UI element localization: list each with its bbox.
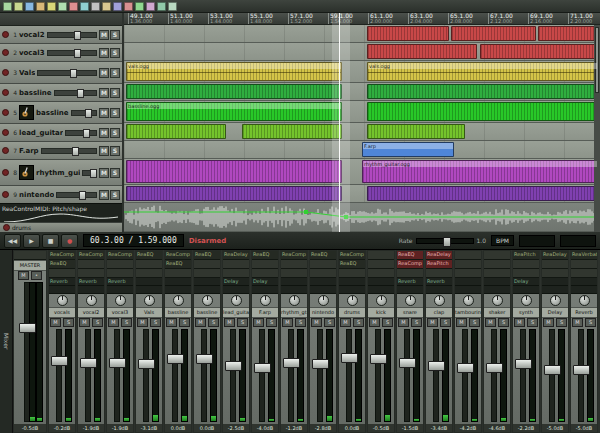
- fx-slot[interactable]: [571, 269, 597, 278]
- media-item[interactable]: [126, 186, 342, 201]
- fx-slot[interactable]: [484, 269, 510, 278]
- send-slot[interactable]: [339, 278, 365, 286]
- track-lane-vocal3[interactable]: [124, 43, 594, 61]
- fx-slot[interactable]: ReaEQ: [194, 251, 220, 260]
- solo-button[interactable]: S: [63, 318, 74, 327]
- solo-button[interactable]: S: [440, 318, 451, 327]
- volume-fader[interactable]: [254, 363, 271, 373]
- mixer-strip-Vals[interactable]: ReaEQValsMS-3.1dB: [135, 250, 163, 433]
- save-project-icon[interactable]: [25, 2, 34, 11]
- master-strip[interactable]: MASTER M • -0.5dB: [13, 250, 47, 433]
- open-project-icon[interactable]: [14, 2, 23, 11]
- mixer-strip-clap[interactable]: ReaDelayReaPitchReverbclapMS-3.4dB: [425, 250, 453, 433]
- track-volume-fader[interactable]: [41, 148, 97, 154]
- send-slot[interactable]: [107, 286, 133, 294]
- mute-button[interactable]: M: [50, 318, 61, 327]
- fx-browser-icon[interactable]: [135, 2, 144, 11]
- envelope-mode-icon[interactable]: [80, 2, 89, 11]
- fx-slot[interactable]: [78, 269, 104, 278]
- fx-slot[interactable]: [455, 251, 481, 260]
- vertical-scrollbar[interactable]: [594, 25, 600, 232]
- mixer-strip-rhythm_gtr[interactable]: ReaComprhythm_gtrMS-1.2dB: [280, 250, 308, 433]
- record-arm-button[interactable]: [2, 89, 9, 96]
- record-arm-button[interactable]: [2, 109, 9, 116]
- volume-fader[interactable]: [573, 365, 590, 375]
- mixer-strip-Delay[interactable]: ReaDelayDelayMS-5.0dB: [541, 250, 569, 433]
- timeline-ruler[interactable]: 49.1.001.36.00051.1.001.40.00053.1.001.4…: [124, 13, 600, 25]
- mixer-strip-vocal2[interactable]: ReaCompReverbvocal2MS-1.9dB: [77, 250, 105, 433]
- send-slot[interactable]: [484, 278, 510, 286]
- media-item[interactable]: [126, 124, 226, 139]
- volume-fader[interactable]: [486, 363, 503, 373]
- media-item[interactable]: [126, 84, 342, 99]
- media-item[interactable]: vals.ogg: [126, 62, 342, 81]
- solo-button[interactable]: S: [469, 318, 480, 327]
- fx-slot[interactable]: [194, 260, 220, 269]
- fx-slot[interactable]: [194, 269, 220, 278]
- record-arm-button[interactable]: [3, 224, 10, 231]
- mixer-strip-snare[interactable]: ReaEQReaCompReverbsnareMS-1.5dB: [396, 250, 424, 433]
- fx-slot[interactable]: ReaComp: [78, 251, 104, 260]
- media-explorer-icon[interactable]: [146, 2, 155, 11]
- solo-button[interactable]: S: [208, 318, 219, 327]
- solo-button[interactable]: S: [266, 318, 277, 327]
- send-slot[interactable]: [281, 278, 307, 286]
- media-item[interactable]: vals.ogg: [367, 62, 598, 81]
- master-mute-icon[interactable]: [124, 2, 133, 11]
- track-lane-bassline[interactable]: bassline.ogg: [124, 101, 594, 123]
- media-item[interactable]: F.arp: [362, 142, 454, 157]
- solo-button[interactable]: S: [150, 318, 161, 327]
- fx-slot[interactable]: [14, 251, 46, 260]
- track-row-F.arp[interactable]: 7F.arpMS: [0, 142, 122, 160]
- volume-fader[interactable]: [196, 354, 213, 364]
- fx-slot[interactable]: [136, 269, 162, 278]
- solo-button[interactable]: S: [585, 318, 596, 327]
- mute-button[interactable]: M: [166, 318, 177, 327]
- solo-button[interactable]: S: [411, 318, 422, 327]
- fx-slot[interactable]: ReaComp: [49, 251, 75, 260]
- send-slot[interactable]: [310, 278, 336, 286]
- send-slot[interactable]: [252, 286, 278, 294]
- fx-slot[interactable]: [368, 269, 394, 278]
- mute-button[interactable]: M: [427, 318, 438, 327]
- fx-slot[interactable]: [252, 269, 278, 278]
- edit-cursor[interactable]: [339, 13, 340, 232]
- pan-knob[interactable]: [318, 295, 329, 306]
- fx-slot[interactable]: ReaEQ: [49, 260, 75, 269]
- mute-button[interactable]: M: [99, 30, 109, 40]
- fx-slot[interactable]: [310, 269, 336, 278]
- mute-button[interactable]: M: [340, 318, 351, 327]
- mute-button[interactable]: M: [369, 318, 380, 327]
- media-item[interactable]: [242, 124, 342, 139]
- send-slot[interactable]: [571, 286, 597, 294]
- track-lane-lead_guitar[interactable]: [124, 123, 594, 141]
- track-row-nintendo[interactable]: 9nintendoMS: [0, 186, 122, 204]
- record-arm-button[interactable]: [2, 147, 9, 154]
- metronome-icon[interactable]: [113, 2, 122, 11]
- undo-icon[interactable]: [36, 2, 45, 11]
- mixer-strip-nintendo[interactable]: ReaEQnintendoMS-2.8dB: [309, 250, 337, 433]
- track-lane-nintendo[interactable]: [124, 185, 594, 203]
- master-volume-fader[interactable]: [19, 323, 36, 333]
- solo-button[interactable]: S: [92, 318, 103, 327]
- send-slot[interactable]: [194, 278, 220, 286]
- selection-end-box[interactable]: [560, 235, 596, 247]
- send-slot[interactable]: [281, 286, 307, 294]
- mixer-toggle-icon[interactable]: [157, 2, 166, 11]
- track-lane-Vals[interactable]: vals.oggvals.ogg: [124, 61, 594, 83]
- track-row-vocal2[interactable]: 1vocal2MS: [0, 26, 122, 44]
- mute-button[interactable]: M: [543, 318, 554, 327]
- track-volume-fader[interactable]: [54, 90, 97, 96]
- send-slot[interactable]: [165, 286, 191, 294]
- fx-slot[interactable]: [310, 260, 336, 269]
- pan-knob[interactable]: [376, 295, 387, 306]
- fx-slot[interactable]: [107, 260, 133, 269]
- fx-slot[interactable]: [455, 260, 481, 269]
- record-arm-button[interactable]: [2, 31, 9, 38]
- fx-slot[interactable]: ReaComp: [339, 251, 365, 260]
- fx-slot[interactable]: ReaEQ: [339, 260, 365, 269]
- mute-button[interactable]: M: [99, 146, 109, 156]
- fx-slot[interactable]: ReaVerbate: [571, 251, 597, 260]
- fx-slot[interactable]: ReaEQ: [136, 251, 162, 260]
- track-lane-bassline[interactable]: [124, 83, 594, 101]
